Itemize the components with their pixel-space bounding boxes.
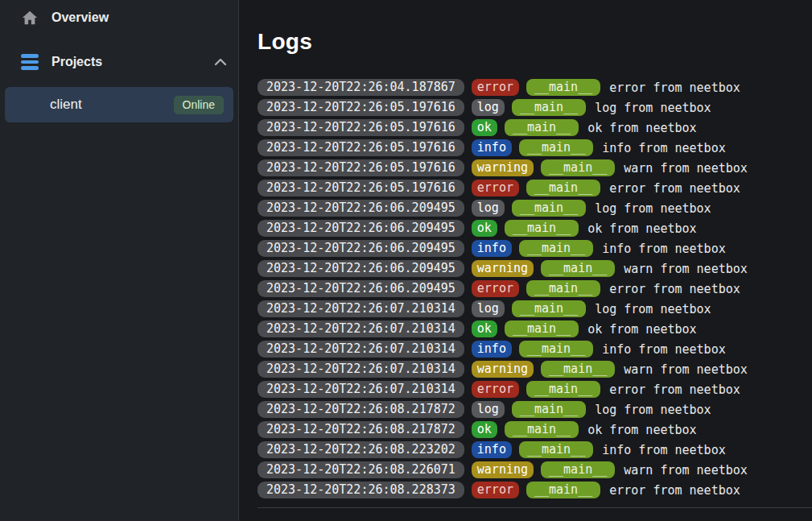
log-row: 2023-12-20T22:26:06.209495 log __main__ … [258, 200, 812, 217]
logs-list: 2023-12-20T22:26:04.187867 error __main_… [258, 79, 812, 498]
log-timestamp: 2023-12-20T22:26:06.209495 [258, 200, 464, 217]
log-row: 2023-12-20T22:26:07.210314 ok __main__ o… [258, 320, 812, 337]
logs-divider [258, 507, 812, 508]
log-message: info from neetbox [602, 141, 726, 155]
log-level-badge: error [472, 180, 519, 196]
log-level-badge: error [472, 482, 519, 498]
sidebar-item-client[interactable]: client Online [5, 87, 233, 122]
log-level-badge: error [472, 280, 519, 297]
log-level-badge: warning [472, 461, 534, 478]
log-row: 2023-12-20T22:26:08.226071 warning __mai… [258, 461, 812, 478]
log-level-badge: warning [472, 361, 534, 378]
log-message: info from neetbox [602, 342, 726, 357]
log-series-badge: __main__ [519, 139, 593, 156]
log-timestamp: 2023-12-20T22:26:07.210314 [258, 341, 464, 358]
log-row: 2023-12-20T22:26:05.197616 ok __main__ o… [258, 119, 812, 136]
log-message: warn from neetbox [624, 463, 748, 478]
log-level-badge: warning [472, 260, 534, 277]
log-series-badge: __main__ [519, 240, 593, 257]
log-row: 2023-12-20T22:26:08.217872 log __main__ … [258, 401, 812, 418]
log-series-badge: __main__ [505, 220, 579, 237]
log-series-badge: __main__ [526, 280, 600, 297]
log-level-badge: ok [472, 220, 497, 237]
log-message: error from neetbox [609, 382, 740, 397]
chevron-up-icon [214, 58, 227, 66]
log-message: ok from neetbox [587, 221, 696, 236]
log-message: ok from neetbox [587, 423, 696, 437]
log-series-badge: __main__ [505, 421, 579, 438]
log-level-badge: ok [472, 320, 497, 337]
status-badge: Online [174, 96, 224, 114]
log-level-badge: log [472, 99, 505, 116]
log-row: 2023-12-20T22:26:06.209495 ok __main__ o… [258, 220, 812, 237]
log-message: warn from neetbox [624, 362, 748, 377]
log-message: error from neetbox [609, 81, 740, 95]
sidebar-item-label: Projects [52, 55, 102, 69]
project-name: client [50, 97, 82, 113]
log-message: warn from neetbox [624, 161, 748, 176]
log-series-badge: __main__ [526, 482, 600, 498]
log-message: ok from neetbox [587, 322, 696, 337]
log-row: 2023-12-20T22:26:07.210314 info __main__… [258, 341, 812, 358]
log-row: 2023-12-20T22:26:06.209495 error __main_… [258, 280, 812, 297]
log-series-badge: __main__ [505, 320, 579, 337]
log-timestamp: 2023-12-20T22:26:07.210314 [258, 300, 464, 317]
log-level-badge: ok [472, 119, 497, 136]
log-level-badge: ok [472, 421, 497, 438]
log-timestamp: 2023-12-20T22:26:06.209495 [258, 260, 464, 277]
log-row: 2023-12-20T22:26:08.217872 ok __main__ o… [258, 421, 812, 438]
sidebar: Overview Projects client Online [0, 0, 239, 521]
log-series-badge: __main__ [512, 200, 586, 217]
home-icon [21, 9, 39, 27]
log-row: 2023-12-20T22:26:08.228373 error __main_… [258, 482, 812, 498]
log-message: error from neetbox [609, 483, 740, 498]
log-timestamp: 2023-12-20T22:26:04.187867 [258, 79, 464, 96]
log-message: log from neetbox [595, 201, 711, 216]
log-level-badge: info [472, 139, 512, 156]
log-message: info from neetbox [602, 242, 726, 256]
log-level-badge: log [472, 200, 505, 217]
log-series-badge: __main__ [526, 79, 600, 96]
log-level-badge: info [472, 441, 512, 458]
main-content: Logs 2023-12-20T22:26:04.187867 error __… [239, 0, 812, 521]
log-message: log from neetbox [595, 403, 711, 417]
log-row: 2023-12-20T22:26:05.197616 info __main__… [258, 139, 812, 156]
log-level-badge: info [472, 341, 512, 358]
log-series-badge: __main__ [505, 119, 579, 136]
log-level-badge: error [472, 79, 519, 96]
log-row: 2023-12-20T22:26:05.197616 log __main__ … [258, 99, 812, 116]
log-row: 2023-12-20T22:26:07.210314 warning __mai… [258, 361, 812, 378]
menu-icon [21, 53, 39, 71]
log-timestamp: 2023-12-20T22:26:05.197616 [258, 119, 464, 136]
log-level-badge: log [472, 300, 505, 317]
log-timestamp: 2023-12-20T22:26:08.226071 [258, 461, 464, 478]
log-series-badge: __main__ [512, 300, 586, 317]
log-message: log from neetbox [595, 302, 711, 316]
log-timestamp: 2023-12-20T22:26:05.197616 [258, 159, 464, 176]
sidebar-item-label: Overview [52, 10, 109, 25]
log-row: 2023-12-20T22:26:07.210314 error __main_… [258, 381, 812, 398]
log-message: warn from neetbox [624, 262, 748, 276]
log-timestamp: 2023-12-20T22:26:05.197616 [258, 180, 464, 196]
sidebar-item-projects[interactable]: Projects [0, 44, 238, 80]
log-message: info from neetbox [602, 443, 726, 457]
log-row: 2023-12-20T22:26:07.210314 log __main__ … [258, 300, 812, 317]
log-message: error from neetbox [609, 282, 740, 296]
log-series-badge: __main__ [512, 99, 586, 116]
log-message: log from neetbox [595, 101, 711, 115]
log-row: 2023-12-20T22:26:05.197616 warning __mai… [258, 159, 812, 176]
log-message: error from neetbox [609, 181, 740, 196]
log-message: ok from neetbox [587, 121, 696, 135]
log-level-badge: log [472, 401, 505, 418]
log-row: 2023-12-20T22:26:06.209495 info __main__… [258, 240, 812, 257]
log-series-badge: __main__ [541, 361, 615, 378]
log-series-badge: __main__ [519, 341, 593, 358]
log-level-badge: warning [472, 159, 534, 176]
log-row: 2023-12-20T22:26:05.197616 error __main_… [258, 180, 812, 196]
log-level-badge: info [472, 240, 512, 257]
log-timestamp: 2023-12-20T22:26:07.210314 [258, 361, 464, 378]
log-series-badge: __main__ [541, 260, 615, 277]
sidebar-item-overview[interactable]: Overview [0, 0, 238, 35]
log-series-badge: __main__ [519, 441, 593, 458]
log-series-badge: __main__ [512, 401, 586, 418]
